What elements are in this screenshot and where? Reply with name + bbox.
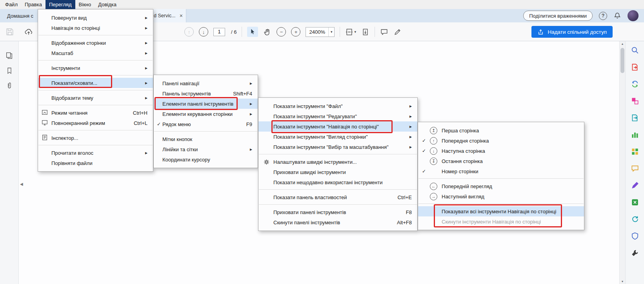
- submenu-arrow-icon: ▸: [145, 65, 147, 71]
- menu-separator: [259, 154, 417, 154]
- export-pdf-icon[interactable]: [630, 62, 640, 72]
- menu-item-navigation-panes[interactable]: Панелі навігації▸: [154, 78, 258, 88]
- zoom-in-button[interactable]: +: [291, 27, 300, 37]
- bookmarks-icon[interactable]: [5, 67, 13, 75]
- menu-item-show-all-page-nav-tools[interactable]: Показувати всі інструменти Навігація по …: [418, 206, 584, 216]
- submenu-arrow-icon: ▸: [145, 25, 147, 31]
- menu-edit[interactable]: Правка: [21, 0, 45, 9]
- notifications-bell-icon[interactable]: [613, 12, 621, 20]
- menu-item-show-file-tools[interactable]: Показати інструменти "Файл"▸: [258, 101, 417, 111]
- menu-item-hide-toolbars[interactable]: Приховати панелі інструментівF8: [258, 207, 417, 217]
- menu-item-full-screen[interactable]: Повноекранний режимCtrl+L: [38, 118, 153, 128]
- menu-item-page-display[interactable]: Відображення сторінки▸: [38, 38, 153, 48]
- combine-files-icon[interactable]: [630, 130, 640, 140]
- tab-home[interactable]: Домашня с: [7, 9, 33, 22]
- menu-item-tools[interactable]: Інструменти▸: [38, 63, 153, 73]
- share-document-button[interactable]: Надати спільний доступ: [531, 26, 613, 38]
- menu-item-show-hide[interactable]: Показати/сховати...▸: [38, 78, 153, 88]
- scroll-up-icon[interactable]: ▲: [620, 42, 625, 45]
- more-tools-icon[interactable]: [630, 248, 640, 258]
- attachments-icon[interactable]: [5, 82, 13, 90]
- hand-tool-icon[interactable]: [263, 28, 271, 36]
- scrolling-mode-icon[interactable]: [361, 28, 369, 36]
- menu-item-label: Наступний вигляд: [442, 194, 484, 200]
- menu-item-read-mode[interactable]: Режим читанняCtrl+H: [38, 108, 153, 118]
- menu-item-label: Панелі навігації: [162, 81, 199, 86]
- collapse-panel-icon[interactable]: ◀: [20, 182, 23, 186]
- menu-item-display-theme[interactable]: Відобразити тему▸: [38, 93, 153, 103]
- menu-item-last-page[interactable]: ↧Остання сторінка: [418, 156, 584, 166]
- select-tool-icon[interactable]: [247, 27, 258, 37]
- close-tab-icon[interactable]: ×: [180, 13, 183, 18]
- menu-file[interactable]: Файл: [2, 0, 21, 9]
- read-mode-icon: [41, 109, 48, 116]
- page-number-input[interactable]: [213, 28, 225, 36]
- menu-item-label: Рядок меню: [162, 121, 191, 127]
- menu-item-rulers-grids[interactable]: Лінійки та сітки▸: [154, 144, 258, 154]
- last-page-icon: ↧: [430, 158, 437, 165]
- next-page-button[interactable]: ↓: [199, 27, 208, 37]
- menu-item-first-page[interactable]: ↥Перша сторінка: [418, 125, 584, 136]
- page-thumbnails-icon[interactable]: [5, 51, 13, 60]
- excel-export-icon[interactable]: [630, 197, 640, 207]
- highlighter-pen-icon[interactable]: [393, 28, 402, 36]
- menu-item-compare-files[interactable]: Порівняти файли: [38, 158, 153, 168]
- save-icon[interactable]: [5, 27, 14, 36]
- next-page-icon: ↓: [430, 147, 437, 155]
- menu-item-read-out-loud[interactable]: Прочитати вголос▸: [38, 148, 153, 158]
- menu-view[interactable]: Перегляд: [45, 0, 75, 9]
- fill-sign-icon[interactable]: [630, 180, 640, 191]
- tab-document[interactable]: d Servic... ×: [150, 9, 186, 22]
- menu-item-show-properties-bar[interactable]: Показати панель властивостейCtrl+E: [258, 192, 417, 202]
- menu-item-next-page[interactable]: ✓↓Наступна сторінка: [418, 146, 584, 156]
- organize-pages-icon[interactable]: [630, 147, 640, 157]
- menu-window[interactable]: Вікно: [75, 0, 95, 9]
- help-icon[interactable]: ?: [599, 12, 607, 20]
- menu-item-previous-view[interactable]: ←Попередній перегляд: [418, 181, 584, 191]
- submenu-arrow-icon: ▸: [250, 111, 252, 117]
- menu-item-page-controls[interactable]: Елементи керування сторінки▸: [154, 109, 258, 119]
- menu-item-button-labels[interactable]: Мітки кнопок: [154, 134, 258, 144]
- menu-item-page-navigation[interactable]: Навігація по сторінці▸: [38, 23, 153, 33]
- menu-item-show-page-nav-tools[interactable]: Показати інструменти "Навігація по сторі…: [258, 121, 417, 132]
- menu-item-toolbar-items[interactable]: Елементи панелі інструментів▸: [154, 99, 258, 109]
- menu-item-label: Попередня сторінка: [442, 138, 489, 144]
- avatar[interactable]: [628, 10, 639, 21]
- menu-help[interactable]: Довідка: [95, 0, 120, 9]
- menu-item-show-page-display-tools[interactable]: Показати інструменти "Вигляд сторінки"▸: [258, 132, 417, 142]
- page-fit-dropdown[interactable]: ▾: [345, 28, 356, 36]
- cloud-upload-icon[interactable]: [24, 27, 33, 36]
- zoom-level-dropdown[interactable]: 2400% ▾: [306, 27, 335, 37]
- menu-item-page-number[interactable]: ✓Номер сторінки: [418, 166, 584, 176]
- zoom-out-button[interactable]: −: [277, 27, 286, 37]
- create-pdf-icon[interactable]: [630, 79, 640, 89]
- search-icon[interactable]: [630, 45, 640, 55]
- menu-item-show-select-zoom-tools[interactable]: Показати інструменти "Вибір та масштабув…: [258, 142, 417, 152]
- scan-ocr-icon[interactable]: [630, 214, 640, 224]
- export-file-icon[interactable]: [630, 113, 640, 123]
- scrollbar-thumb[interactable]: [620, 48, 624, 73]
- vertical-scrollbar[interactable]: ▲ ▼: [619, 41, 625, 284]
- menu-item-show-edit-tools[interactable]: Показати інструменти "Редагувати"▸: [258, 111, 417, 121]
- menu-item-inspector[interactable]: Інспектор...: [38, 133, 153, 143]
- menu-item-reset-toolbars[interactable]: Скинути панелі інструментівAlt+F8: [258, 217, 417, 227]
- submenu-arrow-icon: ▸: [409, 114, 412, 119]
- menu-item-next-view[interactable]: →Наступний вигляд: [418, 191, 584, 202]
- menu-separator: [38, 105, 153, 105]
- scroll-down-icon[interactable]: ▼: [620, 280, 625, 283]
- edit-pdf-icon[interactable]: [630, 96, 640, 106]
- comment-tool-icon[interactable]: [630, 163, 640, 174]
- menu-item-zoom[interactable]: Масштаб▸: [38, 48, 153, 58]
- protect-icon[interactable]: [630, 231, 640, 241]
- menu-item-previous-page[interactable]: ✓↑Попередня сторінка: [418, 136, 584, 146]
- menu-item-toolbar-pane[interactable]: Панель інструментівShift+F4: [154, 88, 258, 99]
- menu-item-hide-quick-tools[interactable]: Приховати швидкі інструменти: [258, 167, 417, 177]
- share-feedback-button[interactable]: Поділитися враженнями: [523, 11, 593, 21]
- menu-item-customize-quick-tools[interactable]: Налаштувати швидкі інструменти...: [258, 157, 417, 167]
- menu-item-cursor-coordinates[interactable]: Координати курсору: [154, 154, 258, 165]
- comment-icon[interactable]: [380, 28, 388, 36]
- menu-item-menu-bar[interactable]: ✓Рядок менюF9: [154, 119, 258, 129]
- menu-item-show-recent-tools[interactable]: Показати нещодавно використані інструмен…: [258, 177, 417, 187]
- previous-page-button[interactable]: ↑: [184, 27, 194, 37]
- menu-item-revert-view[interactable]: Повернути вид▸: [38, 13, 153, 23]
